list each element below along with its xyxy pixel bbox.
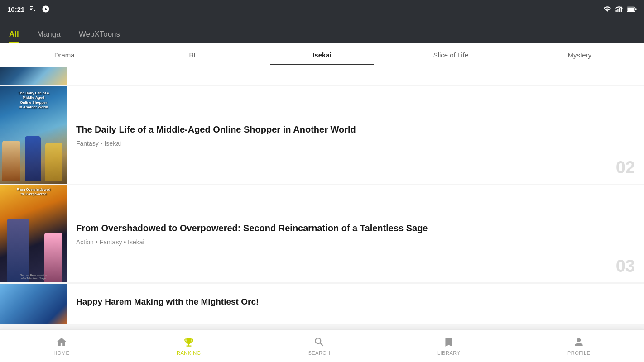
book-rank-2: 03 [616,257,635,276]
list-item[interactable]: From Overshadowedto Overpowered Second R… [0,185,644,282]
svg-rect-2 [619,8,620,12]
book-genres-2: Action • Fantasy • Isekai [76,238,635,246]
nav-item-webxtoons[interactable]: WebXToons [79,30,120,43]
genre-tab-isekai[interactable]: Isekai [258,45,386,65]
play-store-icon [42,5,50,13]
book-cover-3 [0,284,67,324]
home-label: HOME [53,350,69,356]
book-rank-1: 02 [616,158,635,177]
nav-bar: All Manga WebXToons [0,18,644,43]
library-label: LIBRARY [437,350,460,356]
bottom-nav-profile[interactable]: PROFILE [558,333,600,359]
genre-tab-bl[interactable]: BL [129,45,257,65]
book-genres-1: Fantasy • Isekai [76,140,635,147]
svg-rect-0 [616,10,617,12]
svg-rect-3 [621,7,622,12]
signal-icon [615,5,623,13]
bottom-nav-ranking[interactable]: RANKING [168,333,210,359]
notification-a-icon [29,5,37,13]
list-item[interactable]: The Daily Life of aMiddle-AgedOnline Sho… [0,86,644,184]
status-bar: 10:21 [0,0,644,18]
status-time: 10:21 [7,5,24,13]
nav-item-all[interactable]: All [9,30,19,43]
search-icon [313,336,325,348]
nav-item-manga[interactable]: Manga [37,30,61,43]
main-content: The Daily Life of aMiddle-AgedOnline Sho… [0,67,644,329]
genre-tab-slice[interactable]: Slice of Life [386,45,515,65]
book-title-2: From Overshadowed to Overpowered: Second… [76,222,635,234]
book-title-3: Happy Harem Making with the Mightiest Or… [76,296,635,308]
bottom-nav-home[interactable]: HOME [44,333,78,359]
svg-rect-5 [627,7,634,10]
trophy-icon [183,336,195,348]
bottom-nav-library[interactable]: LIBRARY [428,333,469,359]
svg-rect-6 [635,8,637,10]
profile-label: PROFILE [567,350,591,356]
book-info-1: The Daily Life of a Middle-Aged Online S… [67,86,644,184]
genre-tabs: Drama BL Isekai Slice of Life Mystery [0,43,644,67]
search-label: SEARCH [308,350,330,356]
genre-tab-drama[interactable]: Drama [0,45,129,65]
person-icon [573,336,585,348]
book-info-2: From Overshadowed to Overpowered: Second… [67,185,644,282]
bookmark-icon [443,336,455,348]
home-icon [56,336,67,348]
battery-icon [627,6,637,12]
book-cover-1: The Daily Life of aMiddle-AgedOnline Sho… [0,86,67,184]
book-info-3: Happy Harem Making with the Mightiest Or… [67,284,644,324]
list-item[interactable]: Happy Harem Making with the Mightiest Or… [0,284,644,324]
genre-tab-mystery[interactable]: Mystery [515,45,644,65]
status-right [603,5,637,13]
svg-rect-1 [617,9,618,12]
ranking-label: RANKING [177,350,201,356]
book-title-1: The Daily Life of a Middle-Aged Online S… [76,124,635,135]
bottom-nav-search[interactable]: SEARCH [299,333,339,359]
bottom-nav: HOME RANKING SEARCH LIBRARY PROFILE [0,329,644,362]
book-cover-2: From Overshadowedto Overpowered Second R… [0,185,67,282]
wifi-icon [603,5,611,13]
book-item-partial-top[interactable] [0,67,644,85]
status-left: 10:21 [7,5,50,13]
